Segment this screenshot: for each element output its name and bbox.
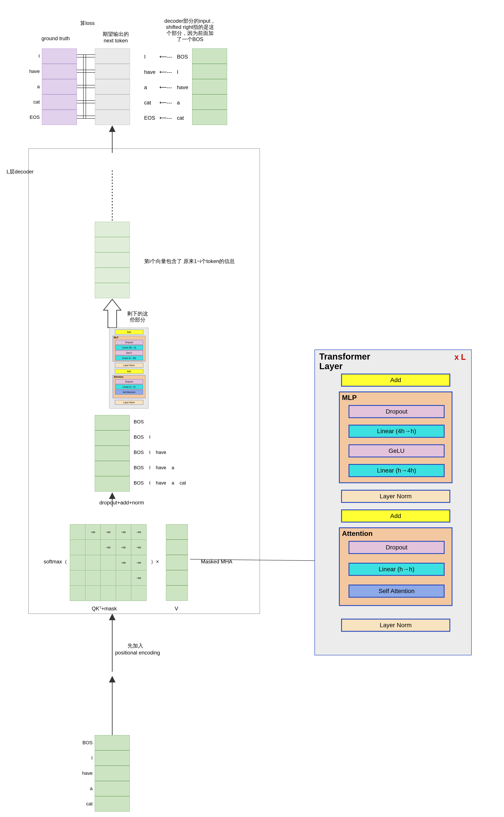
cell: cat: [95, 796, 130, 812]
label-v: V: [175, 605, 178, 612]
tf-attn-block: Attention Dropout Linear (h→h) Self Atte…: [339, 527, 452, 606]
matrix-qkt-mask: -∞-∞-∞-∞ -∞-∞-∞ -∞-∞ -∞: [70, 524, 147, 601]
out-label-0: I: [144, 53, 146, 60]
stack-bos-rows: [95, 415, 130, 492]
label-vec-note: 第i个向量包含了 原来1~i个token的信息: [144, 258, 235, 264]
cell: [192, 64, 227, 79]
out-label-2: a: [144, 84, 147, 91]
tf-lin-h-4h: Linear (h→4h): [349, 464, 445, 477]
shift-label-0: BOS: [177, 53, 188, 60]
arrow-2: ⟵---: [159, 69, 172, 75]
label-decoder-note-3: 个部分，因为前面加: [157, 30, 223, 36]
cell: [95, 48, 130, 64]
bosrow3: BOS I have a: [134, 465, 174, 471]
tf-title-2: Layer: [319, 361, 343, 371]
cell: [95, 415, 130, 431]
tf-attn-label: Attention: [342, 530, 373, 538]
bosrow0: BOS: [134, 419, 144, 425]
transformer-layer-box: Transformer Layer x L Add MLP Dropout Li…: [314, 349, 472, 655]
stack-ground-truth: I have a cat EOS: [42, 48, 77, 125]
cell: [166, 586, 188, 601]
thumb-lin3: Linear (h→h): [115, 384, 143, 389]
thumb-gelu: GeLU: [115, 350, 143, 355]
bosrow4: BOS I have a cat: [134, 480, 186, 486]
stack-input-tokens: BOS I have a cat: [95, 735, 130, 812]
cell: have: [42, 64, 77, 79]
stack-layer-output: [95, 222, 130, 298]
cell: [166, 555, 188, 570]
tf-xl: x L: [454, 352, 466, 362]
cell: [192, 79, 227, 94]
cell: [95, 461, 130, 476]
label-decoder-note-4: 了一个BOS: [157, 36, 223, 43]
thumb-ln2: Layer Norm: [115, 400, 143, 405]
label-dropout-add-norm: dropout+add+norm: [99, 499, 144, 506]
shift-label-4: cat: [177, 114, 184, 121]
tf-mlp-label: MLP: [342, 393, 357, 402]
label-decoder-note-2: shifted right指的是这: [157, 24, 223, 30]
cell: [95, 110, 130, 125]
cell: [95, 446, 130, 461]
label-close-times: ）×: [151, 558, 159, 565]
label-expected-2: next token: [98, 37, 133, 44]
label-ground-truth: ground truth: [41, 35, 70, 42]
cell: [95, 267, 130, 283]
cell: EOS: [42, 110, 77, 125]
cell: [192, 94, 227, 110]
tf-gelu: GeLU: [349, 444, 445, 458]
label-masked-mha: Masked MHA: [201, 558, 232, 565]
cell: [95, 237, 130, 252]
cell: [95, 222, 130, 237]
stack-expected: [95, 48, 130, 125]
cell: cat: [42, 94, 77, 110]
stack-shifted-input: [192, 48, 227, 125]
out-label-3: cat: [144, 99, 151, 106]
tf-lin-hh: Linear (h→h): [349, 563, 445, 576]
label-loss: 算loss: [76, 20, 98, 26]
cell: [95, 476, 130, 492]
tf-dropout-2: Dropout: [349, 541, 445, 554]
thumb-lin1: Linear (4h→h): [115, 345, 143, 350]
out-label-1: have: [144, 69, 155, 75]
label-pe2: positional encoding: [109, 649, 166, 656]
cell: a: [42, 79, 77, 94]
tf-self-attention: Self Attention: [349, 585, 445, 598]
tf-lin-4h-h: Linear (4h→h): [349, 425, 445, 438]
tf-ln-lower: Layer Norm: [341, 619, 450, 632]
thumb-transformer-layer: Add MLP Dropout Linear (4h→h) GeLU Linea…: [109, 328, 148, 408]
thumb-lin2: Linear (h→4h): [115, 355, 143, 360]
thumb-mlp-label: MLP: [114, 336, 118, 339]
cell: [95, 252, 130, 267]
cell: have: [95, 766, 130, 781]
tf-title-1: Transformer: [319, 352, 370, 361]
label-remain-1: 剩下的这: [122, 310, 153, 317]
cell: [95, 283, 130, 298]
cell: [192, 48, 227, 64]
cell: I: [95, 750, 130, 766]
out-label-4: EOS: [144, 114, 155, 121]
tf-dropout-1: Dropout: [349, 405, 445, 418]
label-l-decoder: L层decoder: [7, 168, 34, 175]
tf-add-top: Add: [341, 373, 450, 386]
shift-label-1: I: [177, 69, 178, 75]
arrow-4: ⟵---: [159, 99, 172, 106]
label-pe1: 先加入: [122, 642, 148, 649]
cell: [166, 540, 188, 555]
bosrow1: BOS I: [134, 434, 150, 440]
stack-v: [166, 524, 188, 601]
thumb-add2: Add: [115, 369, 143, 374]
cell: [95, 94, 130, 110]
bosrow2: BOS I have: [134, 450, 166, 455]
label-decoder-note-1: decoder部分的input，: [157, 17, 223, 24]
cell: a: [95, 781, 130, 796]
cell: I: [42, 48, 77, 64]
label-remain-2: 些部分: [122, 316, 153, 323]
cell: [95, 431, 130, 446]
cell: [95, 64, 130, 79]
thumb-ln1: Layer Norm: [115, 363, 143, 367]
thumb-add: Add: [115, 330, 143, 334]
arrow-1: ⟵---: [159, 53, 172, 60]
shift-label-2: have: [177, 84, 188, 91]
tf-add-mid: Add: [341, 510, 450, 523]
label-softmax: softmax（: [44, 558, 67, 565]
